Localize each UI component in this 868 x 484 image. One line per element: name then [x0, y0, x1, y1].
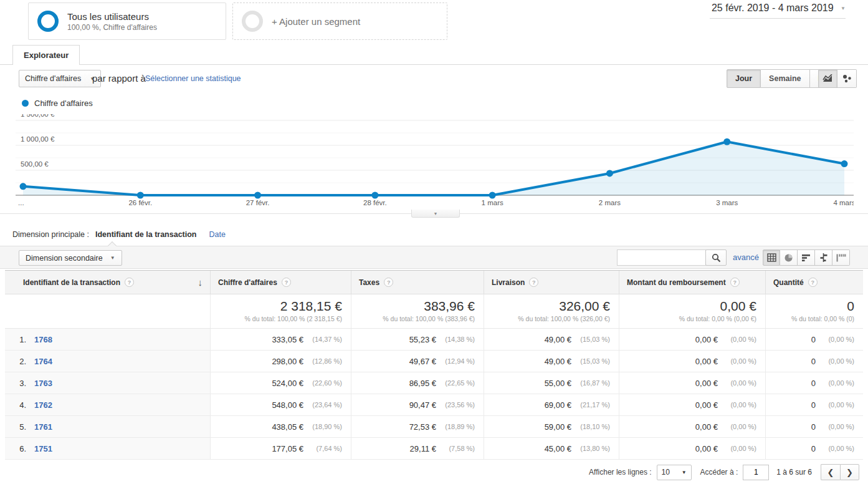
svg-text:26 févr.: 26 févr. [128, 199, 152, 206]
quantity-cell: 0 (0,00 %) [765, 372, 863, 394]
motion-chart-button[interactable] [837, 69, 857, 88]
granularity-week-button[interactable]: Semaine [761, 69, 809, 88]
cell-value: 59,00 € [545, 422, 571, 432]
cell-value: 177,05 € [272, 444, 303, 453]
comparison-icon [819, 253, 828, 262]
column-header-revenue[interactable]: Chiffre d'affaires ? [210, 271, 351, 294]
row-rank: 4. [5, 400, 26, 410]
help-icon[interactable]: ? [125, 278, 134, 287]
quantity-cell: 0 (0,00 %) [765, 351, 863, 372]
column-header-refund[interactable]: Montant du remboursement ? [619, 271, 765, 294]
cell-value: 438,05 € [272, 422, 303, 432]
help-icon[interactable]: ? [384, 278, 393, 287]
svg-text:2 mars: 2 mars [599, 199, 621, 206]
previous-page-button[interactable]: ❮ [821, 464, 840, 480]
cell-percent: (0,00 %) [722, 357, 756, 365]
next-page-button[interactable]: ❯ [840, 464, 859, 480]
date-range-selector[interactable]: 25 févr. 2019 - 4 mars 2019 ▼ [710, 2, 846, 19]
transaction-id-link[interactable]: 1761 [34, 422, 52, 432]
dimension-transaction-id[interactable]: Identifiant de la transaction [95, 230, 197, 239]
refund-cell: 0,00 € (0,00 %) [619, 394, 765, 415]
transaction-id-link[interactable]: 1768 [34, 335, 52, 344]
transaction-id-link[interactable]: 1751 [34, 444, 52, 453]
advanced-filter-link[interactable]: avancé [733, 253, 759, 262]
column-header-taxes[interactable]: Taxes ? [351, 271, 484, 294]
performance-view-button[interactable] [798, 249, 815, 266]
legend-dot-icon [22, 100, 29, 107]
comparison-view-button[interactable] [815, 249, 832, 266]
column-header-transaction-id[interactable]: Identifiant de la transaction ? ↓ [5, 271, 210, 294]
rows-per-page-label: Afficher les lignes : [589, 468, 652, 477]
cell-percent: (7,58 %) [441, 445, 475, 452]
cell-percent: (15,03 %) [576, 336, 610, 343]
chart-collapse-handle[interactable]: ▼ [411, 210, 460, 218]
rows-per-page-value: 10 [662, 468, 670, 477]
tab-explorateur[interactable]: Explorateur [12, 45, 80, 65]
cell-percent: (12,94 %) [441, 357, 475, 365]
quantity-cell: 0 (0,00 %) [765, 416, 863, 437]
total-subtext: % du total: 100,00 % (326,00 €) [484, 315, 610, 322]
search-button[interactable] [705, 249, 727, 266]
help-icon[interactable]: ? [808, 278, 818, 287]
granularity-day-button[interactable]: Jour [727, 69, 761, 88]
refund-cell: 0,00 € (0,00 %) [619, 438, 765, 459]
transaction-id-link[interactable]: 1762 [34, 400, 52, 410]
table-view-button[interactable] [763, 249, 780, 266]
column-header-shipping[interactable]: Livraison ? [484, 271, 619, 294]
cell-percent: (13,80 %) [576, 445, 610, 452]
segment-card-all-users[interactable]: Tous les utilisateurs 100,00 %, Chiffre … [28, 2, 226, 40]
svg-text:4 mars: 4 mars [833, 199, 854, 206]
column-header-quantity[interactable]: Quantité ? [765, 271, 863, 294]
table-totals-row: 2 318,15 € % du total: 100,00 % (2 318,1… [5, 294, 863, 329]
cell-percent: (16,87 %) [576, 379, 610, 387]
table-search-input[interactable] [617, 249, 706, 266]
rows-per-page-select[interactable]: 10 ▼ [657, 465, 692, 480]
table-row: 2. 1764 298,00 € (12,86 %) 49,67 € (12,9… [5, 351, 863, 372]
help-icon[interactable]: ? [282, 278, 291, 287]
pivot-view-button[interactable] [832, 249, 850, 266]
transaction-id-cell: 5. 1761 [5, 416, 210, 437]
cell-percent: (0,00 %) [820, 357, 854, 365]
shipping-cell: 59,00 € (18,10 %) [484, 416, 619, 437]
svg-text:3 mars: 3 mars [716, 199, 738, 206]
transaction-id-link[interactable]: 1764 [34, 357, 52, 366]
metric-select-dropdown[interactable]: Chiffre d'affaires ▼ [19, 70, 101, 87]
pagination-buttons: ❮ ❯ [821, 464, 859, 480]
cell-percent: (18,10 %) [576, 423, 610, 430]
svg-text:28 févr.: 28 févr. [363, 199, 387, 206]
chevron-down-icon: ▼ [841, 6, 846, 11]
refund-cell: 0,00 € (0,00 %) [619, 372, 765, 394]
transaction-id-link[interactable]: 1763 [34, 379, 52, 388]
cell-value: 55,23 € [409, 335, 436, 344]
dimension-date-link[interactable]: Date [209, 230, 226, 239]
percentage-view-button[interactable] [780, 249, 798, 266]
svg-text:500,00 €: 500,00 € [21, 160, 49, 168]
add-segment-card[interactable]: + Ajouter un segment [232, 2, 447, 40]
cell-value: 0 [811, 444, 816, 453]
goto-page-input[interactable] [743, 465, 769, 480]
cell-value: 0 [811, 335, 816, 344]
select-statistic-link[interactable]: Sélectionner une statistique [145, 74, 241, 83]
cell-value: 49,00 € [545, 335, 571, 344]
row-rank: 6. [5, 444, 26, 453]
cell-value: 90,47 € [409, 400, 436, 410]
line-chart-button[interactable] [818, 69, 837, 88]
help-icon[interactable]: ? [529, 278, 538, 287]
cell-value: 0,00 € [695, 400, 718, 410]
revenue-cell: 333,05 € (14,37 %) [210, 329, 351, 350]
column-label: Taxes [359, 278, 379, 287]
cell-value: 45,00 € [545, 444, 571, 453]
cell-value: 0,00 € [695, 444, 718, 453]
secondary-dimension-dropdown[interactable]: Dimension secondaire ▼ [19, 250, 122, 266]
panel-divider [0, 64, 868, 65]
row-rank: 1. [5, 335, 26, 344]
revenue-chart: 500,00 €1 000,00 €1 500,00 €...26 févr.2… [16, 114, 854, 209]
help-icon[interactable]: ? [730, 278, 740, 287]
metric-select-value: Chiffre d'affaires [25, 74, 81, 83]
shipping-cell: 55,00 € (16,87 %) [484, 372, 619, 394]
cell-percent: (18,90 %) [308, 423, 342, 430]
table-grid-icon [767, 253, 776, 262]
primary-dimension-bar: Dimension principale : Identifiant de la… [12, 230, 226, 239]
segment-title: Tous les utilisateurs [67, 11, 157, 22]
cell-percent: (0,00 %) [722, 423, 756, 430]
